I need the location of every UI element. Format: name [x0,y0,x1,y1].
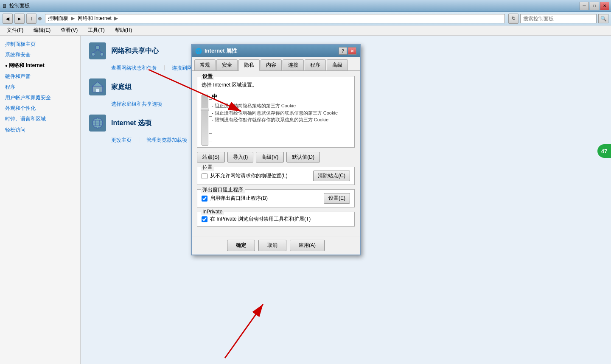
navigation-bar: ◄ ► ↑ 控制面板 ▶ 网络和 Internet ▶ ↻ 🔍 [0,12,611,25]
settings-section: 设置 选择 Internet 区域设置。 [197,76,355,148]
tab-general[interactable]: 常规 [194,59,216,70]
folder-icon [38,17,42,20]
advanced-button[interactable]: 高级(V) [256,152,284,162]
network-icon [89,42,106,59]
location-checkbox-label: 从不允许网站请求你的物理位置(L) [210,172,288,179]
popup-section: 弹出窗口阻止程序 启用弹出窗口阻止程序(B) 设置(E) [197,189,355,207]
slider-text: 中 - 阻止没有精简隐私策略的第三方 Cookie - 阻止没有经你明确同意就保… [212,93,350,123]
location-checkbox-row: 从不允许网站请求你的物理位置(L) 清除站点(C) [202,171,350,181]
menu-edit[interactable]: 编辑(E) [30,26,54,35]
network-link-status[interactable]: 查看网络状态和任务 [111,64,157,72]
svg-point-1 [92,53,95,56]
internet-link-addons[interactable]: 管理浏览器加载项 [146,137,187,144]
cancel-button[interactable]: 取消 [258,240,286,251]
popup-checkbox-row: 启用弹出窗口阻止程序(B) 设置(E) [202,193,350,204]
import-button[interactable]: 导入(I) [227,152,253,162]
homegroup-icon [89,78,106,95]
menu-view[interactable]: 查看(V) [57,26,81,35]
sidebar-item-hardware[interactable]: 硬件和声音 [0,71,80,82]
svg-marker-6 [92,82,103,86]
refresh-button[interactable]: ↻ [508,14,519,24]
main-area: 控制面板主页 系统和安全 ● 网络和 Internet 硬件和声音 程序 用户帐… [0,36,611,364]
tab-security[interactable]: 安全 [216,59,238,70]
dialog-titlebar: 🌐 Internet 属性 ? ✕ [192,45,360,57]
sidebar: 控制面板主页 系统和安全 ● 网络和 Internet 硬件和声音 程序 用户帐… [0,36,81,364]
settings-label: 设置 [201,73,214,80]
inprivate-checkbox-label: 在 InPrivate 浏览启动时禁用工具栏和扩展(T) [210,216,311,223]
slider-desc-1: - 阻止没有精简隐私策略的第三方 Cookie [212,102,350,109]
close-button[interactable]: ✕ [600,2,609,10]
address-text: 控制面板 ▶ 网络和 Internet ▶ [48,15,119,22]
popup-settings-button[interactable]: 设置(E) [324,193,350,204]
titlebar-icon: 🖥 [2,3,7,9]
ok-button[interactable]: 确定 [227,240,255,251]
tab-programs[interactable]: 程序 [305,59,326,70]
tab-connections[interactable]: 连接 [283,59,304,70]
svg-point-0 [95,45,100,50]
dialog-close-button[interactable]: ✕ [348,47,356,55]
inprivate-label: InPrivate [201,209,224,215]
badge: 47 [597,144,611,158]
sidebar-item-clock[interactable]: 时钟、语言和区域 [0,114,80,124]
internet-icon [89,115,106,132]
nav-right: 🔍 [520,14,608,23]
internet-link-homepage[interactable]: 更改主页 [111,137,132,144]
slider-track[interactable] [202,95,208,146]
sidebar-item-programs[interactable]: 程序 [0,82,80,92]
menu-file[interactable]: 文件(F) [3,26,27,35]
apply-button[interactable]: 应用(A) [290,240,325,251]
tab-advanced[interactable]: 高级 [327,59,348,70]
address-bar[interactable]: 控制面板 ▶ 网络和 Internet ▶ [45,14,505,23]
sidebar-item-accessibility[interactable]: 轻松访问 [0,125,80,135]
homegroup-link[interactable]: 选择家庭组和共享选项 [111,101,162,108]
site-button[interactable]: 站点(S) [197,152,225,162]
sidebar-item-network[interactable]: ● 网络和 Internet [0,60,80,71]
sidebar-item-appearance[interactable]: 外观和个性化 [0,103,80,114]
tab-content[interactable]: 内容 [261,59,282,70]
svg-line-3 [93,50,98,53]
clear-sites-button[interactable]: 清除站点(C) [313,171,350,181]
maximize-button[interactable]: □ [590,2,599,10]
slider-container: 中 - 阻止没有精简隐私策略的第三方 Cookie - 阻止没有经你明确同意就保… [202,91,350,144]
titlebar-title: 控制面板 [9,2,30,9]
search-button[interactable]: 🔍 [598,14,608,23]
dialog-overlay: 🌐 Internet 属性 ? ✕ 常规 安全 隐私 内容 连接 程序 高级 [191,44,361,255]
menu-help[interactable]: 帮助(H) [112,26,136,35]
sidebar-item-system[interactable]: 系统和安全 [0,50,80,60]
titlebar: 🖥 控制面板 ─ □ ✕ [0,0,611,12]
dialog-title: Internet 属性 [205,47,237,55]
popup-checkbox[interactable] [202,196,207,202]
forward-button[interactable]: ► [14,14,25,24]
svg-line-4 [98,50,102,53]
slider-wrapper [202,93,208,144]
slider-level: 中 [212,93,350,101]
popup-checkbox-label: 启用弹出窗口阻止程序(B) [210,195,268,202]
default-button[interactable]: 默认值(D) [286,152,320,162]
svg-point-2 [100,53,104,56]
tab-privacy[interactable]: 隐私 [238,59,260,71]
inprivate-checkbox[interactable] [202,216,207,222]
homegroup-title: 家庭组 [111,83,132,92]
search-input[interactable] [520,14,597,23]
menubar: 文件(F) 编辑(E) 查看(V) 工具(T) 帮助(H) [0,25,611,36]
slider-thumb[interactable] [201,108,209,111]
minimize-button[interactable]: ─ [580,2,589,10]
dialog-help-button[interactable]: ? [339,47,347,55]
inprivate-section: InPrivate 在 InPrivate 浏览启动时禁用工具栏和扩展(T) [197,212,355,227]
popup-label: 弹出窗口阻止程序 [201,186,245,193]
slider-desc-2: - 阻止没有经你明确同意就保存你的联系信息的第三方 Cookie [212,109,350,117]
internet-title: Internet 选项 [111,119,151,128]
titlebar-controls: ─ □ ✕ [580,2,609,10]
menu-tools[interactable]: 工具(T) [84,26,108,35]
location-checkbox[interactable] [202,173,207,179]
location-label: 位置 [201,164,214,171]
dialog-body: 设置 选择 Internet 区域设置。 [192,71,360,236]
back-button[interactable]: ◄ [3,14,13,24]
action-buttons: 站点(S) 导入(I) 高级(V) 默认值(D) [197,152,355,162]
sidebar-item-home[interactable]: 控制面板主页 [0,39,80,50]
dialog-icon: 🌐 [195,48,202,54]
dialog-tabs: 常规 安全 隐私 内容 连接 程序 高级 [192,57,360,71]
dialog-controls: ? ✕ [339,47,356,55]
up-button[interactable]: ↑ [26,14,36,24]
sidebar-item-users[interactable]: 用户帐户和家庭安全 [0,92,80,103]
